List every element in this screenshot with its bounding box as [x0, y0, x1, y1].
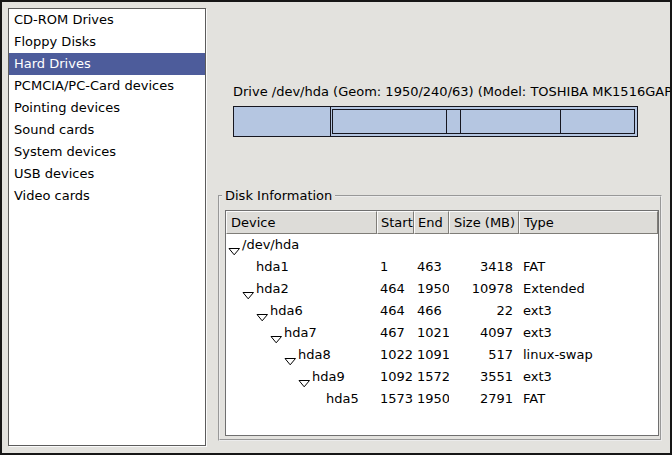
disk-table-header: DeviceStartEndSize (MB)Type [226, 211, 658, 234]
column-header-start[interactable]: Start [377, 211, 414, 234]
disk-information-table[interactable]: DeviceStartEndSize (MB)Type /dev/hdahda1… [225, 210, 659, 436]
cell-size: 3551 [449, 366, 519, 388]
table-row-hda1[interactable]: hda114633418FAT [226, 256, 658, 278]
cell-end: 1021 [414, 322, 449, 344]
cell-end: 1950 [414, 278, 449, 300]
table-row-hda6[interactable]: hda646446622ext3 [226, 300, 658, 322]
cell-type [519, 234, 658, 256]
device-label: hda8 [298, 344, 331, 366]
cell-size: 3418 [449, 256, 519, 278]
sidebar-item-pcmcia-pc-card-devices[interactable]: PCMCIA/PC-Card devices [9, 75, 205, 97]
device-category-list[interactable]: CD-ROM DrivesFloppy DisksHard DrivesPCMC… [8, 8, 206, 446]
cell-end [414, 234, 449, 256]
device-label: hda7 [284, 322, 317, 344]
expander-open-icon[interactable] [256, 307, 269, 316]
cell-start: 1092 [377, 366, 414, 388]
device-label: hda9 [312, 366, 345, 388]
expander-spacer [242, 263, 255, 272]
logical-partition-boundary-2 [560, 110, 561, 133]
expander-open-icon[interactable] [242, 285, 255, 294]
cell-type: ext3 [519, 366, 658, 388]
cell-start: 464 [377, 278, 414, 300]
expander-spacer [312, 395, 325, 404]
sidebar-item-video-cards[interactable]: Video cards [9, 185, 205, 207]
table-row-hda5[interactable]: hda5157319502791FAT [226, 388, 658, 410]
cell-size: 2791 [449, 388, 519, 410]
partition-boundary-hda1 [330, 107, 331, 136]
cell-start: 1022 [377, 344, 414, 366]
expander-open-icon[interactable] [284, 351, 297, 360]
cell-type: linux-swap [519, 344, 658, 366]
table-row-hda8[interactable]: hda810221091517linux-swap [226, 344, 658, 366]
cell-size: 4097 [449, 322, 519, 344]
disk-partition-bar [233, 106, 638, 137]
cell-start: 1 [377, 256, 414, 278]
device-label: /dev/hda [242, 234, 299, 256]
expander-open-icon[interactable] [270, 329, 283, 338]
disk-table-body: /dev/hdahda114633418FAThda2464195010978E… [226, 234, 658, 410]
device-label: hda2 [256, 278, 289, 300]
sidebar-item-pointing-devices[interactable]: Pointing devices [9, 97, 205, 119]
hardware-browser-window: CD-ROM DrivesFloppy DisksHard DrivesPCMC… [0, 0, 672, 455]
column-header-size-mb[interactable]: Size (MB) [449, 211, 519, 234]
cell-start: 464 [377, 300, 414, 322]
sidebar-item-sound-cards[interactable]: Sound cards [9, 119, 205, 141]
cell-end: 463 [414, 256, 449, 278]
cell-end: 1572 [414, 366, 449, 388]
cell-type: Extended [519, 278, 658, 300]
cell-size: 22 [449, 300, 519, 322]
column-header-end[interactable]: End [414, 211, 449, 234]
table-row-hda9[interactable]: hda9109215723551ext3 [226, 366, 658, 388]
expander-open-icon[interactable] [298, 373, 311, 382]
column-header-device[interactable]: Device [226, 211, 377, 234]
logical-partition-boundary-0 [446, 110, 447, 133]
cell-end: 1091 [414, 344, 449, 366]
sidebar-item-system-devices[interactable]: System devices [9, 141, 205, 163]
cell-size: 10978 [449, 278, 519, 300]
disk-information-label: Disk Information [222, 188, 335, 203]
cell-type: FAT [519, 388, 658, 410]
table-row-hda7[interactable]: hda746710214097ext3 [226, 322, 658, 344]
sidebar-item-floppy-disks[interactable]: Floppy Disks [9, 31, 205, 53]
column-header-type[interactable]: Type [519, 211, 658, 234]
logical-partition-boundary-1 [460, 110, 461, 133]
cell-type: ext3 [519, 300, 658, 322]
sidebar-item-cd-rom-drives[interactable]: CD-ROM Drives [9, 9, 205, 31]
table-row-hda2[interactable]: hda2464195010978Extended [226, 278, 658, 300]
cell-size: 517 [449, 344, 519, 366]
cell-end: 1950 [414, 388, 449, 410]
cell-size [449, 234, 519, 256]
device-label: hda1 [256, 256, 289, 278]
cell-start [377, 234, 414, 256]
device-label: hda6 [270, 300, 303, 322]
cell-end: 466 [414, 300, 449, 322]
device-label: hda5 [326, 388, 359, 410]
cell-start: 1573 [377, 388, 414, 410]
sidebar-item-hard-drives[interactable]: Hard Drives [9, 53, 205, 75]
expander-open-icon[interactable] [228, 241, 241, 250]
table-row-dev-hda[interactable]: /dev/hda [226, 234, 658, 256]
cell-start: 467 [377, 322, 414, 344]
drive-geometry-title: Drive /dev/hda (Geom: 1950/240/63) (Mode… [233, 84, 672, 99]
extended-partition-box [332, 109, 635, 134]
disk-information-groupbox: Disk Information DeviceStartEndSize (MB)… [218, 195, 662, 441]
cell-type: FAT [519, 256, 658, 278]
sidebar-item-usb-devices[interactable]: USB devices [9, 163, 205, 185]
cell-type: ext3 [519, 322, 658, 344]
